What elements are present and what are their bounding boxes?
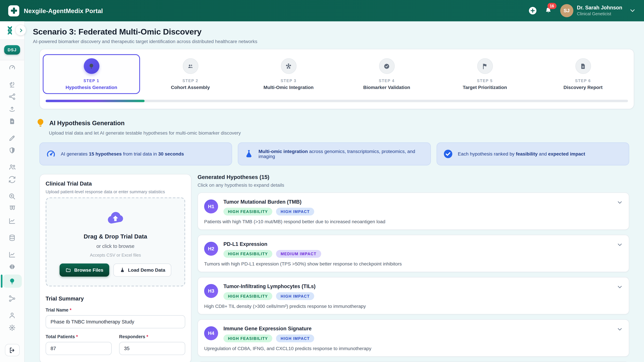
user-role: Clinical Geneticist <box>577 11 622 16</box>
chevron-down-icon[interactable] <box>616 241 623 248</box>
notification-count-badge: 16 <box>548 3 556 9</box>
sidebar-item-file-new[interactable] <box>3 117 22 126</box>
dna-logo-icon <box>5 25 15 35</box>
flask-icon <box>244 149 254 159</box>
hypotheses-title: Generated Hypotheses (15) <box>198 174 629 180</box>
sidebar-item-profile[interactable] <box>3 311 22 320</box>
step-label: Hypothesis Generation <box>66 85 117 90</box>
badge-check-icon <box>379 58 394 74</box>
hypothesis-card-h1[interactable]: H1 Tumor Mutational Burden (TMB) HIGH FE… <box>198 193 629 230</box>
banner-ranking: Each hypothesis ranked by feasibility an… <box>436 142 629 165</box>
lightbulb-icon <box>84 58 99 74</box>
browse-files-label: Browse Files <box>74 268 103 273</box>
file-dropzone[interactable]: Drag & Drop Trial Data or click to brows… <box>46 197 185 286</box>
total-patients-input[interactable] <box>46 342 112 355</box>
sidebar-item-trends[interactable] <box>3 250 22 259</box>
sidebar-item-samples[interactable] <box>3 204 22 213</box>
sidebar-item-security[interactable] <box>3 146 22 155</box>
step-number: STEP 4 <box>379 78 394 83</box>
step-2-cohort-assembly[interactable]: STEP 2 Cohort Assembly <box>142 54 238 94</box>
dropzone-title: Drag & Drop Trial Data <box>50 233 180 240</box>
total-patients-label: Total Patients* <box>46 334 112 339</box>
chevron-down-icon[interactable] <box>616 326 623 332</box>
search-plus-icon <box>8 192 16 200</box>
sidebar-item-search[interactable] <box>3 192 22 201</box>
sidebar-item-ai-models[interactable] <box>3 262 22 271</box>
step-1-hypothesis-generation[interactable]: STEP 1 Hypothesis Generation <box>43 54 140 94</box>
browse-files-button[interactable]: Browse Files <box>59 264 109 277</box>
upload-icon <box>8 105 16 113</box>
dropzone-hint: Accepts CSV or Excel files <box>50 252 180 257</box>
banner-text: AI generates 15 hypotheses from trial da… <box>61 151 184 156</box>
sidebar-collapse-button[interactable] <box>16 25 26 35</box>
main-content: Scenario 3: Federated Multi-Omic Discove… <box>25 21 644 362</box>
hypothesis-card-h2[interactable]: H2 PD-L1 Expression HIGH FEASIBILITY MED… <box>198 235 629 272</box>
lightbulb-amber-icon <box>36 118 46 128</box>
chevron-down-icon[interactable] <box>616 284 623 290</box>
workflow-steps-card: STEP 1 Hypothesis Generation STEP 2 Coho… <box>40 49 634 109</box>
trial-name-input[interactable] <box>46 315 185 328</box>
hypotheses-subtitle: Click on any hypothesis to expand detail… <box>198 183 629 188</box>
shield-half-icon <box>8 146 16 154</box>
app-logo-medical-cross-icon <box>8 5 19 16</box>
load-demo-data-button[interactable]: Load Demo Data <box>113 264 172 277</box>
flag-icon <box>477 58 492 74</box>
logout-button[interactable] <box>5 344 20 356</box>
sidebar-item-analytics[interactable] <box>3 216 22 225</box>
notifications-bell-icon[interactable]: 16 <box>544 6 552 15</box>
required-asterisk: * <box>76 334 78 339</box>
user-menu[interactable]: SJ Dr. Sarah Johnson Clinical Geneticist <box>560 4 622 17</box>
trial-name-label: Trial Name* <box>46 307 185 312</box>
step-6-discovery-report[interactable]: STEP 6 Discovery Report <box>535 54 631 94</box>
workflow-progress-fill <box>46 100 144 102</box>
impact-badge: HIGH IMPACT <box>276 292 314 300</box>
sidebar-item-settings[interactable] <box>3 323 22 332</box>
logout-icon <box>8 347 16 354</box>
banner-hypothesis-speed: AI generates 15 hypotheses from trial da… <box>40 142 232 165</box>
responders-input[interactable] <box>119 342 185 355</box>
user-monogram-badge[interactable]: DSJ <box>4 45 20 54</box>
hypothesis-id-badge: H3 <box>204 284 218 298</box>
sidebar-item-sync[interactable] <box>3 175 22 184</box>
user-icon <box>8 311 16 319</box>
sidebar-item-research[interactable] <box>3 80 22 89</box>
step-number: STEP 6 <box>575 78 591 83</box>
feasibility-badge: HIGH FEASIBILITY <box>224 292 272 300</box>
test-tubes-icon <box>8 205 16 213</box>
hypothesis-card-h3[interactable]: H3 Tumor-Infiltrating Lymphocytes (TILs)… <box>198 277 629 314</box>
hypothesis-card-h4[interactable]: H4 Immune Gene Expression Signature HIGH… <box>198 319 629 357</box>
step-5-target-prioritization[interactable]: STEP 5 Target Prioritization <box>437 54 533 94</box>
avatar: SJ <box>560 4 573 17</box>
trial-summary-title: Trial Summary <box>46 296 185 302</box>
sidebar-item-pathways[interactable] <box>3 294 22 303</box>
sidebar-item-data[interactable] <box>3 233 22 242</box>
sidebar-item-upload[interactable] <box>3 104 22 113</box>
hypothesis-description: Patients with high TMB (>10 mut/MB) resp… <box>204 219 612 224</box>
flask-icon <box>120 267 125 273</box>
info-banners: AI generates 15 hypotheses from trial da… <box>40 142 629 165</box>
sidebar-item-network[interactable] <box>3 92 22 101</box>
banner-text: Each hypothesis ranked by feasibility an… <box>458 151 585 156</box>
chart-line-icon <box>8 251 16 258</box>
folder-icon <box>65 267 72 273</box>
section-title: AI Hypothesis Generation <box>49 119 124 126</box>
user-name: Dr. Sarah Johnson <box>577 5 622 11</box>
step-3-multi-omic-integration[interactable]: STEP 3 Multi-Omic Integration <box>241 54 336 94</box>
hypothesis-title: Tumor-Infiltrating Lymphocytes (TILs) <box>224 284 316 289</box>
sync-icon <box>8 175 16 183</box>
sidebar-item-edit[interactable] <box>3 133 22 142</box>
hypothesis-title: Tumor Mutational Burden (TMB) <box>224 199 314 205</box>
file-text-icon <box>575 58 591 74</box>
sidebar-item-hypothesis-generation[interactable] <box>3 275 22 288</box>
sidebar-item-cohorts[interactable] <box>3 163 22 172</box>
chevron-down-icon[interactable] <box>616 199 623 206</box>
add-icon[interactable] <box>528 6 537 15</box>
page-title: Scenario 3: Federated Multi-Omic Discove… <box>33 27 634 36</box>
users-icon <box>183 58 198 74</box>
hypotheses-section: Generated Hypotheses (15) Click on any h… <box>198 174 629 362</box>
step-label: Multi-Omic Integration <box>264 85 314 90</box>
step-number: STEP 1 <box>84 78 99 83</box>
sidebar-item-dashboard[interactable] <box>3 63 22 72</box>
step-4-biomarker-validation[interactable]: STEP 4 Biomarker Validation <box>339 54 434 94</box>
chevron-down-icon[interactable] <box>629 7 636 14</box>
